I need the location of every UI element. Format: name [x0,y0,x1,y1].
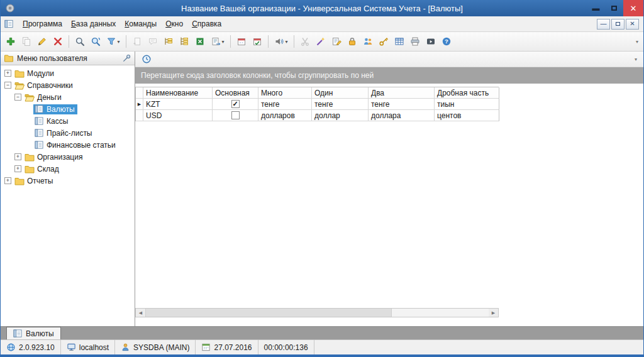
cell-fraction[interactable]: центов [435,110,499,121]
excel-export-button[interactable] [192,34,208,49]
mdi-minimize-button[interactable]: — [597,19,610,30]
tree-item-financial-items[interactable]: Финансовые статьи [1,139,135,151]
user-icon [121,343,130,352]
cell-name[interactable]: USD [143,110,213,121]
help-button[interactable]: ? [439,34,454,49]
calendar-add-button[interactable] [234,34,249,49]
tree-item-organization[interactable]: + Организация [1,151,135,163]
filter-button[interactable]: ▾ [104,34,123,49]
table-view-button[interactable] [392,34,407,49]
cell-name[interactable]: KZT [143,99,213,110]
copy-button[interactable] [19,34,34,49]
print-button[interactable] [408,34,423,49]
comments-button[interactable] [145,34,160,49]
add-button[interactable] [3,34,18,49]
expand-icon[interactable]: + [4,70,11,77]
horizontal-scrollbar[interactable]: ◀ ▶ [135,308,499,317]
delete-button[interactable] [50,34,65,49]
pencil-icon [37,36,47,47]
expand-nodes-button[interactable] [177,34,192,49]
cell-fraction[interactable]: тиын [435,99,499,110]
globe-icon [6,343,16,352]
minimize-button[interactable]: ▬ [587,0,605,16]
window-toolbar: ▾ [135,52,643,67]
main-currency-checkbox[interactable] [231,111,240,119]
main-currency-checkbox[interactable] [231,100,240,108]
collapse-nodes-button[interactable] [161,34,176,49]
tree-item-directories[interactable]: − Справочники [1,79,135,91]
calendar-check-button[interactable] [250,34,265,49]
document-area: ▾ Перетащите сюда заголовок колонки, что… [135,52,643,326]
video-button[interactable] [423,34,438,49]
users-button[interactable] [360,34,375,49]
collapse-icon[interactable]: − [14,94,21,101]
audio-button[interactable]: ▾ [272,34,291,49]
lock-button[interactable] [345,34,360,49]
permissions-button[interactable] [376,34,391,49]
column-header-main[interactable]: Основная [213,87,258,99]
tab-currencies[interactable]: Валюты [6,327,61,339]
grid-row-usd[interactable]: USD долларов доллар доллара центов [136,110,498,121]
tree-item-money[interactable]: − Деньги [1,91,135,103]
tree-item-cash-desks[interactable]: Кассы [1,115,135,127]
menu-program[interactable]: Программа [18,18,67,30]
close-button[interactable]: ✕ [623,0,643,16]
computer-icon [67,343,76,352]
export-menu-button[interactable]: ▾ [208,34,227,49]
user-menu-header: Меню пользователя [1,52,135,65]
tree-item-price-lists[interactable]: Прайс-листы [1,127,135,139]
scroll-right-icon[interactable]: ▶ [489,309,498,317]
search-refresh-button[interactable] [88,34,103,49]
wizard-button[interactable] [313,34,328,49]
expand-icon[interactable]: + [4,177,11,184]
cut-button[interactable] [297,34,313,49]
cell-main [213,110,258,121]
mdi-close-button[interactable]: ✕ [626,19,639,30]
import-button[interactable] [130,34,145,49]
folder-icon [4,53,14,63]
collapse-icon[interactable]: − [4,82,11,89]
question-icon: ? [441,36,452,47]
column-header-many[interactable]: Много [258,87,312,99]
status-version: 2.0.923.10 [1,340,61,354]
toolbar-overflow-button[interactable]: ▾ [636,40,641,43]
tree-item-currencies[interactable]: Валюты [1,103,135,115]
column-header-two[interactable]: Два [369,87,435,99]
column-header-one[interactable]: Один [312,87,369,99]
cell-one[interactable]: тенге [312,99,369,110]
cell-two[interactable]: тенге [369,99,435,110]
menu-database[interactable]: База данных [67,18,120,30]
cell-many[interactable]: тенге [258,99,312,110]
expand-icon[interactable]: + [14,153,21,160]
pin-icon[interactable] [122,53,131,63]
open-folder-icon [25,93,35,102]
scroll-left-icon[interactable]: ◀ [136,309,145,317]
form-pencil-icon [331,36,341,47]
cell-two[interactable]: доллара [369,110,435,121]
menu-help[interactable]: Справка [187,18,226,30]
toolbar-overflow-button[interactable]: ▾ [635,58,640,61]
grid-row-kzt[interactable]: ▶ KZT тенге тенге тенге тиын [136,99,498,110]
lock-icon [347,36,357,47]
row-indicator-header [136,87,143,99]
cell-many[interactable]: долларов [258,110,312,121]
menu-window[interactable]: Окно [161,18,187,30]
maximize-button[interactable] [605,0,623,16]
column-header-fraction[interactable]: Дробная часть [435,87,499,99]
column-header-name[interactable]: Наименование [143,87,213,99]
tree-item-reports[interactable]: + Отчеты [1,175,135,187]
mdi-restore-button[interactable] [611,19,625,30]
menu-commands[interactable]: Команды [120,18,161,30]
application-window: Название Вашей организации - Универсальн… [0,0,644,357]
clock-button[interactable] [139,52,154,67]
cell-one[interactable]: доллар [312,110,369,121]
scrollbar-thumb[interactable] [145,309,392,317]
tree-item-modules[interactable]: + Модули [1,67,135,79]
edit-button[interactable] [35,34,50,49]
tree-item-warehouse[interactable]: + Склад [1,163,135,175]
expand-icon[interactable]: + [14,165,21,172]
group-by-panel[interactable]: Перетащите сюда заголовок колонки, чтобы… [135,67,643,84]
edit-form-button[interactable] [329,34,344,49]
search-button[interactable] [72,34,87,49]
tree-expand-icon [179,36,189,47]
